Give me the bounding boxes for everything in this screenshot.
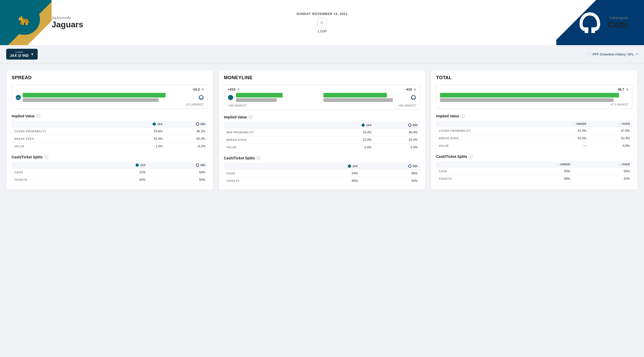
svg-point-21 bbox=[348, 165, 351, 168]
svg-rect-16 bbox=[412, 99, 413, 100]
spread-splits-section: Cash/Ticket Splits i JAX bbox=[12, 155, 208, 183]
spread-implied-body: COVER PROBABILITY53.8%46.2%BREAK EVEN52.… bbox=[12, 128, 208, 150]
svg-rect-22 bbox=[409, 167, 410, 168]
home-team-name: Jaguars bbox=[52, 20, 83, 29]
total-bar-gray bbox=[440, 98, 614, 102]
ml-splits-title: Cash/Ticket Splits i bbox=[224, 156, 420, 160]
pff-link[interactable]: 📄 PFF Greenline History: NFL ↗ bbox=[587, 52, 638, 56]
total-splits-body: CASH50%50%TICKETS58%42% bbox=[436, 168, 632, 183]
th-ind-split: IND bbox=[148, 162, 208, 169]
away-team-block: Indianapolis Colts bbox=[608, 16, 629, 29]
home-team-block: Jacksonville Jaguars bbox=[52, 16, 83, 29]
svg-rect-7 bbox=[200, 99, 201, 100]
ml-splits-info[interactable]: i bbox=[256, 156, 260, 160]
home-team-icon-small: JAX bbox=[15, 95, 21, 100]
table-row: BREAK EVEN52.4%52.4% bbox=[12, 135, 208, 143]
total-implied-table: ↓ UNDER ↑ OVER COVER PROBABILITY52.4%47.… bbox=[436, 121, 632, 149]
spread-splits-header: JAX IND bbox=[12, 162, 208, 169]
total-info-icon: ⚙ bbox=[626, 88, 629, 91]
total-splits-info[interactable]: i bbox=[469, 155, 473, 159]
ml-implied-body: WIN PROBABILITY19.4%80.4%BREAK EVEN22.0%… bbox=[224, 129, 420, 151]
away-team-icon-small bbox=[198, 95, 204, 100]
ml-jax-info-icon: ⚙ bbox=[237, 88, 240, 91]
total-splits-title: Cash/Ticket Splits i bbox=[436, 155, 632, 159]
spread-info-icon: ⚙ bbox=[201, 88, 204, 91]
ml-ind-icon bbox=[411, 95, 416, 100]
svg-text:🐆: 🐆 bbox=[18, 13, 31, 26]
th-ml-jax: JAX bbox=[326, 122, 374, 129]
svg-rect-10 bbox=[197, 125, 198, 126]
th-ml-ind-split: IND bbox=[360, 163, 420, 170]
svg-point-18 bbox=[362, 124, 365, 127]
spread-pff-value: -10.2 ⚙ bbox=[192, 87, 204, 91]
ml-jax-icon bbox=[228, 95, 233, 100]
table-row: VALUE—-4.8% bbox=[436, 142, 632, 150]
ml-implied-info[interactable]: i bbox=[248, 115, 252, 119]
svg-rect-11 bbox=[198, 125, 198, 126]
svg-point-12 bbox=[136, 164, 139, 167]
th-total-split-empty bbox=[436, 161, 506, 168]
home-team-city: Jacksonville bbox=[52, 16, 83, 20]
th-ml-jax-split: JAX bbox=[298, 163, 360, 170]
svg-rect-19 bbox=[409, 126, 410, 127]
svg-rect-14 bbox=[198, 166, 198, 167]
moneyline-jax-value: +410 ⚙ bbox=[228, 87, 240, 91]
spread-splits-body: CASH31%69%TICKETS45%55% bbox=[12, 169, 208, 184]
pff-link-text: PFF Greenline History: NFL bbox=[593, 52, 634, 56]
game-selector-button[interactable]: GAME JAX @ IND ▼ bbox=[6, 49, 38, 60]
spread-bar-section: -10.2 ⚙ JAX bbox=[12, 85, 208, 109]
svg-rect-23 bbox=[410, 167, 410, 168]
th-ml-ind: IND bbox=[374, 122, 420, 129]
table-row: TICKETS45%55% bbox=[12, 176, 208, 184]
spread-implied-table: JAX IND COV bbox=[12, 121, 208, 150]
moneyline-ind-value: -410 ⚙ bbox=[405, 87, 416, 91]
th-total-over: ↑ OVER bbox=[589, 121, 632, 127]
th-empty2 bbox=[12, 162, 86, 169]
spread-bar-container: JAX bbox=[15, 93, 204, 102]
chevron-down-icon: ▼ bbox=[31, 52, 34, 56]
home-team-logo: 🐆 bbox=[8, 3, 41, 36]
spread-bar-gray bbox=[23, 98, 159, 102]
ml-splits-section: Cash/Ticket Splits i JAX bbox=[224, 156, 420, 184]
table-row: BREAK EVEN52.4%52.4% bbox=[436, 135, 632, 142]
svg-rect-17 bbox=[414, 99, 414, 100]
arrow-down-icon: ↓ bbox=[574, 122, 575, 125]
at-symbol: @ bbox=[317, 18, 327, 27]
total-splits-table: ↓ UNDER ↑ OVER CASH50%50%TICKETS58%42% bbox=[436, 161, 632, 182]
svg-point-9 bbox=[153, 123, 156, 126]
moneyline-bar-labels: +410 ⚙ -410 ⚙ bbox=[228, 87, 416, 91]
svg-point-15 bbox=[228, 95, 233, 100]
ml-jax-bars bbox=[236, 93, 321, 102]
th-total-empty bbox=[436, 121, 540, 127]
spread-splits-table: JAX IND bbox=[12, 162, 208, 183]
spread-market-value: -10.5 MARKET bbox=[15, 103, 204, 106]
total-bar-green bbox=[440, 93, 619, 98]
away-team-logo bbox=[577, 10, 603, 36]
svg-rect-3 bbox=[585, 27, 588, 33]
ml-jax-bar-green bbox=[236, 93, 283, 98]
total-bars bbox=[440, 93, 629, 102]
ml-ind-bars bbox=[323, 93, 408, 102]
external-link-icon: ↗ bbox=[635, 53, 638, 56]
moneyline-bar-section: +410 ⚙ -410 ⚙ bbox=[224, 85, 420, 110]
spread-implied-info[interactable]: i bbox=[36, 114, 40, 118]
table-row: BREAK EVEN22.0%82.4% bbox=[224, 136, 420, 144]
toolbar: GAME JAX @ IND ▼ 📄 PFF Greenline History… bbox=[0, 45, 644, 63]
total-implied-header: ↓ UNDER ↑ OVER bbox=[436, 121, 632, 127]
spread-splits-info[interactable]: i bbox=[44, 155, 48, 159]
ml-splits-body: CASH34%66%TICKETS46%54% bbox=[224, 170, 420, 185]
away-team-name: Colts bbox=[608, 20, 629, 29]
svg-rect-4 bbox=[591, 27, 595, 33]
svg-rect-20 bbox=[410, 126, 410, 127]
th-jax-implied: JAX bbox=[121, 121, 165, 128]
game-time: 1:00P bbox=[296, 29, 347, 33]
ml-ind-info-icon: ⚙ bbox=[414, 88, 416, 91]
total-card: TOTAL 46.7 ⚙ 47.5 MARKET Implied Value i bbox=[431, 70, 638, 190]
game-header: Jacksonville Jaguars 🐆 SUNDAY NOVEMBER 1… bbox=[0, 0, 644, 45]
spread-card: SPREAD -10.2 ⚙ JAX bbox=[6, 70, 213, 190]
total-implied-info[interactable]: i bbox=[461, 114, 465, 118]
th-total-under: ↓ UNDER bbox=[540, 121, 589, 127]
table-row: COVER PROBABILITY52.4%47.6% bbox=[436, 127, 632, 135]
th-empty bbox=[12, 121, 121, 128]
svg-text:@: @ bbox=[320, 21, 323, 25]
